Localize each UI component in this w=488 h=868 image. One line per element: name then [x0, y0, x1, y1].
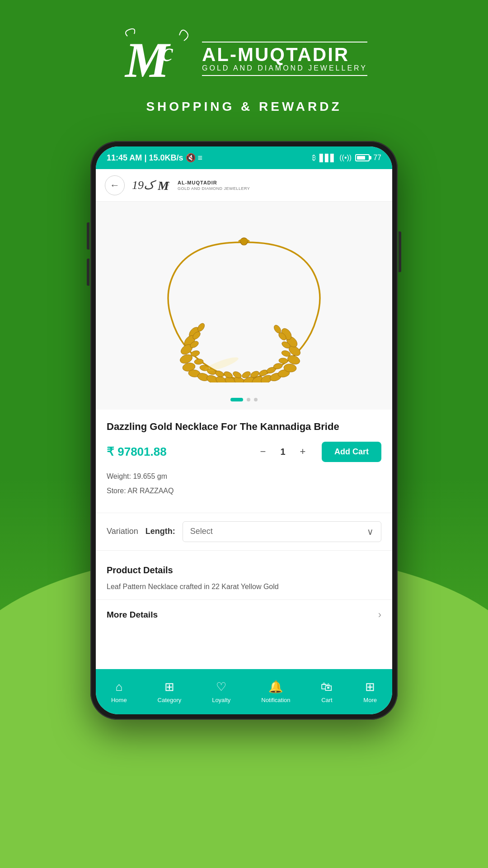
wifi-icon: ((•)): [339, 154, 352, 162]
decrease-qty-button[interactable]: −: [255, 443, 271, 460]
category-icon: ⊞: [164, 680, 174, 694]
brand-name-block: AL-MUQTADIR GOLD AND DIAMOND JEWELLERY: [202, 42, 367, 76]
app-logo-text: AL-MUQTADIR GOLD AND DIAMOND JEWELLERY: [178, 179, 250, 190]
dot-2: [247, 398, 250, 401]
svg-point-46: [203, 355, 240, 374]
bottom-navigation: ⌂ Home ⊞ Category ♡ Loyalty 🔔 Notificati…: [96, 669, 392, 714]
product-details-title: Product Details: [107, 565, 381, 576]
product-price: ₹ 97801.88: [107, 445, 167, 459]
product-meta: Weight: 19.655 gm Store: AR RAZZAAQ: [107, 469, 381, 498]
app-logo-script: ک19: [132, 178, 154, 192]
app-header: ← ک19 M c AL-MUQTADIR GOLD AND DIAMOND J…: [96, 169, 392, 202]
app-logo-small: ک19 M c AL-MUQTADIR GOLD AND DIAMOND JEW…: [132, 177, 250, 193]
nav-item-notification[interactable]: 🔔 Notification: [261, 680, 290, 703]
status-icons: 🔇 ≡: [186, 153, 203, 162]
product-store: Store: AR RAZZAAQ: [107, 484, 381, 498]
app-name-main: AL-MUQTADIR: [178, 179, 250, 186]
variation-key: Length:: [145, 527, 175, 536]
svg-text:c: c: [161, 37, 174, 67]
nav-cart-label: Cart: [321, 697, 333, 703]
signal-icon: ▋▋▋: [319, 154, 336, 162]
svg-text:c: c: [167, 180, 170, 187]
necklace-svg: [167, 229, 321, 382]
brand-name-main: AL-MUQTADIR: [202, 45, 367, 64]
brand-emblem: M c: [121, 27, 193, 90]
status-right-icons: ₿ ▋▋▋ ((•)) 77: [312, 154, 381, 162]
more-details-row[interactable]: More Details ›: [96, 599, 392, 630]
home-icon: ⌂: [115, 680, 122, 694]
chevron-right-icon: ›: [378, 609, 381, 621]
svg-point-29: [194, 359, 204, 365]
product-image: [158, 220, 330, 392]
nav-notification-label: Notification: [261, 697, 290, 703]
quantity-controls: − 1 +: [255, 443, 311, 460]
dot-3: [254, 398, 258, 401]
nav-item-loyalty[interactable]: ♡ Loyalty: [212, 680, 230, 703]
product-weight: Weight: 19.655 gm: [107, 469, 381, 484]
loyalty-icon: ♡: [216, 680, 226, 694]
shopping-tagline: SHOPPING & REWARDZ: [0, 99, 488, 114]
nav-item-home[interactable]: ⌂ Home: [111, 680, 127, 703]
bluetooth-icon: ₿: [312, 154, 316, 162]
phone-frame: 11:45 AM | 15.0KB/s 🔇 ≡ ₿ ▋▋▋ ((•)) 77: [90, 141, 398, 720]
add-to-cart-button[interactable]: Add Cart: [322, 442, 381, 462]
nav-loyalty-label: Loyalty: [212, 697, 230, 703]
app-name-sub: GOLD AND DIAMOND JEWELLERY: [178, 186, 250, 191]
battery-percent: 77: [373, 154, 381, 162]
status-speed: 15.0KB/s: [149, 153, 183, 162]
cart-icon: 🛍: [321, 680, 333, 694]
brand-header: M c AL-MUQTADIR GOLD AND DIAMOND JEWELLE…: [0, 0, 488, 127]
increase-qty-button[interactable]: +: [295, 443, 311, 460]
product-details-block: Product Details Leaf Pattern Necklace cr…: [96, 554, 392, 600]
product-details-section: Dazzling Gold Necklace For The Kannadiga…: [96, 410, 392, 513]
more-icon: ⊞: [365, 680, 375, 694]
battery-icon: [355, 154, 370, 161]
product-details-text: Leaf Pattern Necklace crafted in 22 Kara…: [107, 581, 381, 593]
back-button[interactable]: ←: [105, 175, 125, 195]
brand-logo: M c AL-MUQTADIR GOLD AND DIAMOND JEWELLE…: [0, 27, 488, 90]
vol-down-btn: [87, 259, 89, 286]
nav-item-category[interactable]: ⊞ Category: [158, 680, 182, 703]
power-btn: [399, 231, 401, 272]
nav-item-cart[interactable]: 🛍 Cart: [321, 680, 333, 703]
chevron-down-icon: ∨: [367, 526, 374, 537]
status-time-speed: 11:45 AM | 15.0KB/s 🔇 ≡: [107, 153, 202, 163]
vol-up-btn: [87, 222, 89, 250]
notification-icon: 🔔: [268, 680, 283, 694]
variation-label: Variation: [107, 527, 138, 536]
screen-content[interactable]: Dazzling Gold Necklace For The Kannadiga…: [96, 202, 392, 669]
quantity-value: 1: [278, 447, 287, 457]
svg-point-40: [279, 358, 288, 364]
length-select-value: Select: [190, 527, 213, 536]
battery-fill: [357, 156, 365, 160]
nav-category-label: Category: [158, 697, 182, 703]
nav-home-label: Home: [111, 697, 127, 703]
phone-screen: 11:45 AM | 15.0KB/s 🔇 ≡ ₿ ▋▋▋ ((•)) 77: [96, 146, 392, 714]
variation-row: Variation Length: Select ∨: [96, 513, 392, 551]
product-image-container: [96, 202, 392, 410]
nav-item-more[interactable]: ⊞ More: [363, 680, 377, 703]
brand-name-sub: GOLD AND DIAMOND JEWELLERY: [202, 64, 367, 72]
nav-more-label: More: [363, 697, 377, 703]
app-logo-emblem: M c: [158, 177, 174, 193]
length-select-dropdown[interactable]: Select ∨: [183, 521, 381, 542]
product-title: Dazzling Gold Necklace For The Kannadiga…: [107, 420, 381, 434]
more-details-label: More Details: [107, 610, 158, 620]
phone-wrapper: 11:45 AM | 15.0KB/s 🔇 ≡ ₿ ▋▋▋ ((•)) 77: [0, 141, 488, 720]
image-dots: [230, 398, 258, 401]
status-bar: 11:45 AM | 15.0KB/s 🔇 ≡ ₿ ▋▋▋ ((•)) 77: [96, 146, 392, 169]
product-price-row: ₹ 97801.88 − 1 + Add Cart: [107, 442, 381, 462]
status-sep: |: [144, 153, 149, 162]
dot-active: [230, 398, 243, 401]
status-time: 11:45 AM: [107, 153, 142, 162]
